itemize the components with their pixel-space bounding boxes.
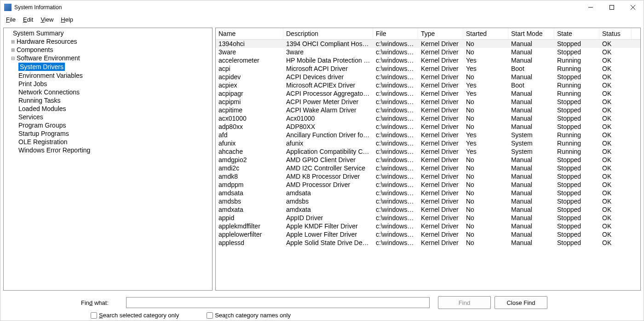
table-row[interactable]: amdk8AMD K8 Processor Driverc:\windows\s…: [216, 172, 640, 181]
find-input[interactable]: [126, 297, 430, 308]
checkbox-search-selected-input[interactable]: [91, 312, 97, 319]
cell-file: c:\windows\s...: [373, 123, 418, 131]
table-row[interactable]: appidAppID Driverc:\windows\s...Kernel D…: [216, 214, 640, 222]
checkbox-search-names-input[interactable]: [207, 312, 213, 319]
checkbox-search-names[interactable]: Search category names only: [207, 312, 291, 319]
table-row[interactable]: 1394ohci1394 OHCI Compliant Host C...c:\…: [216, 40, 640, 48]
cell-startmode: Manual: [508, 222, 554, 230]
column-header-started[interactable]: Started: [463, 28, 508, 39]
minimize-button[interactable]: [580, 0, 601, 14]
cell-desc: HP Mobile Data Protection S...: [283, 56, 373, 64]
titlebar[interactable]: System Information: [0, 0, 644, 14]
tree-program-groups[interactable]: Program Groups: [4, 121, 212, 129]
close-find-button[interactable]: Close Find: [494, 296, 547, 309]
cell-state: Stopped: [554, 172, 599, 181]
tree-network-connections[interactable]: Network Connections: [4, 88, 212, 96]
table-row[interactable]: 3ware3warec:\windows\s...Kernel DriverNo…: [216, 48, 640, 56]
menu-help[interactable]: Help: [57, 15, 77, 24]
table-row[interactable]: afunixafunixc:\windows\s...Kernel Driver…: [216, 139, 640, 147]
table-row[interactable]: acpidevACPI Devices driverc:\windows\s..…: [216, 73, 640, 81]
tree-system-drivers[interactable]: System Drivers: [4, 62, 212, 71]
table-row[interactable]: amdxataamdxatac:\windows\s...Kernel Driv…: [216, 205, 640, 214]
tree-loaded-modules[interactable]: Loaded Modules: [4, 105, 212, 113]
table-row[interactable]: amdsbsamdsbsc:\windows\s...Kernel Driver…: [216, 197, 640, 205]
cell-status: OK: [599, 40, 632, 48]
tree-running-tasks[interactable]: Running Tasks: [4, 96, 212, 105]
tree-system-summary[interactable]: System Summary: [4, 29, 212, 37]
cell-started: No: [463, 181, 508, 189]
tree-components[interactable]: ⊞Components: [4, 46, 212, 54]
table-row[interactable]: acpipmiACPI Power Meter Driverc:\windows…: [216, 98, 640, 106]
tree-hardware-resources[interactable]: ⊞Hardware Resources: [4, 37, 212, 46]
cell-startmode: Manual: [508, 123, 554, 131]
tree-pane[interactable]: System Summary ⊞Hardware Resources ⊞Comp…: [3, 28, 213, 291]
column-header-file[interactable]: File: [373, 28, 418, 39]
expander-plus-icon[interactable]: ⊞: [10, 39, 16, 44]
expander-plus-icon[interactable]: ⊞: [10, 47, 16, 53]
menu-edit[interactable]: Edit: [19, 15, 37, 24]
table-row[interactable]: ahcacheApplication Compatibility Cac...c…: [216, 147, 640, 156]
cell-desc: Apple Solid State Drive Device: [283, 239, 373, 247]
table-row[interactable]: acpiMicrosoft ACPI Driverc:\windows\s...…: [216, 64, 640, 73]
tree-windows-error-reporting[interactable]: Windows Error Reporting: [4, 146, 212, 154]
cell-startmode: System: [508, 139, 554, 147]
tree-environment-variables[interactable]: Environment Variables: [4, 71, 212, 80]
table-row[interactable]: accelerometerHP Mobile Data Protection S…: [216, 56, 640, 64]
cell-file: c:\windows\s...: [373, 156, 418, 164]
tree-print-jobs[interactable]: Print Jobs: [4, 80, 212, 88]
cell-state: Stopped: [554, 40, 599, 48]
menu-view[interactable]: View: [37, 15, 57, 24]
cell-type: Kernel Driver: [418, 181, 463, 189]
tree-ole-registration[interactable]: OLE Registration: [4, 138, 212, 146]
table-row[interactable]: acx01000Acx01000c:\windows\s...Kernel Dr…: [216, 114, 640, 123]
cell-type: Kernel Driver: [418, 189, 463, 197]
tree-services[interactable]: Services: [4, 113, 212, 121]
cell-file: c:\windows\s...: [373, 114, 418, 123]
cell-file: c:\windows\s...: [373, 64, 418, 73]
table-row[interactable]: amdppmAMD Processor Driverc:\windows\s..…: [216, 181, 640, 189]
svg-rect-1: [610, 6, 614, 10]
maximize-button[interactable]: [601, 0, 622, 14]
cell-desc: 3ware: [283, 48, 373, 56]
close-button[interactable]: [622, 0, 644, 14]
cell-started: Yes: [463, 147, 508, 156]
column-header-startmode[interactable]: Start Mode: [508, 28, 554, 39]
table-row[interactable]: acpipagrACPI Processor Aggregator D...c:…: [216, 89, 640, 98]
table-row[interactable]: applelowerfilterApple Lower Filter Drive…: [216, 230, 640, 239]
table-row[interactable]: adp80xxADP80XXc:\windows\s...Kernel Driv…: [216, 123, 640, 131]
expander-minus-icon[interactable]: ⊟: [10, 56, 16, 61]
cell-started: No: [463, 214, 508, 222]
column-header-status[interactable]: Status: [599, 28, 632, 39]
table-row[interactable]: afdAncillary Function Driver for ...c:\w…: [216, 131, 640, 139]
cell-state: Stopped: [554, 181, 599, 189]
cell-state: Running: [554, 64, 599, 73]
table-row[interactable]: applekmdffilterApple KMDF Filter Driverc…: [216, 222, 640, 230]
cell-file: c:\windows\s...: [373, 40, 418, 48]
table-row[interactable]: amdsataamdsatac:\windows\s...Kernel Driv…: [216, 189, 640, 197]
checkbox-search-selected[interactable]: Search selected category only: [91, 312, 179, 319]
cell-state: Stopped: [554, 106, 599, 114]
cell-file: c:\windows\s...: [373, 147, 418, 156]
find-button[interactable]: Find: [438, 296, 491, 309]
list-body[interactable]: 1394ohci1394 OHCI Compliant Host C...c:\…: [216, 40, 640, 290]
table-row[interactable]: amdgpio2AMD GPIO Client Driverc:\windows…: [216, 156, 640, 164]
cell-file: c:\windows\s...: [373, 214, 418, 222]
cell-name: applekmdffilter: [216, 222, 283, 230]
column-header-state[interactable]: State: [554, 28, 599, 39]
cell-status: OK: [599, 81, 632, 89]
column-header-type[interactable]: Type: [418, 28, 463, 39]
table-row[interactable]: amdi2cAMD I2C Controller Servicec:\windo…: [216, 164, 640, 172]
menu-file[interactable]: File: [2, 15, 19, 24]
table-row[interactable]: acpitimeACPI Wake Alarm Driverc:\windows…: [216, 106, 640, 114]
cell-state: Stopped: [554, 123, 599, 131]
cell-type: Kernel Driver: [418, 81, 463, 89]
table-row[interactable]: applessdApple Solid State Drive Devicec:…: [216, 239, 640, 247]
tree-startup-programs[interactable]: Startup Programs: [4, 129, 212, 138]
table-row[interactable]: acpiexMicrosoft ACPIEx Driverc:\windows\…: [216, 81, 640, 89]
cell-startmode: Manual: [508, 181, 554, 189]
cell-type: Kernel Driver: [418, 230, 463, 239]
column-header-description[interactable]: Description: [283, 28, 373, 39]
tree-software-environment[interactable]: ⊟Software Environment: [4, 54, 212, 62]
column-header-name[interactable]: Name: [216, 28, 283, 39]
cell-name: amdsbs: [216, 197, 283, 205]
